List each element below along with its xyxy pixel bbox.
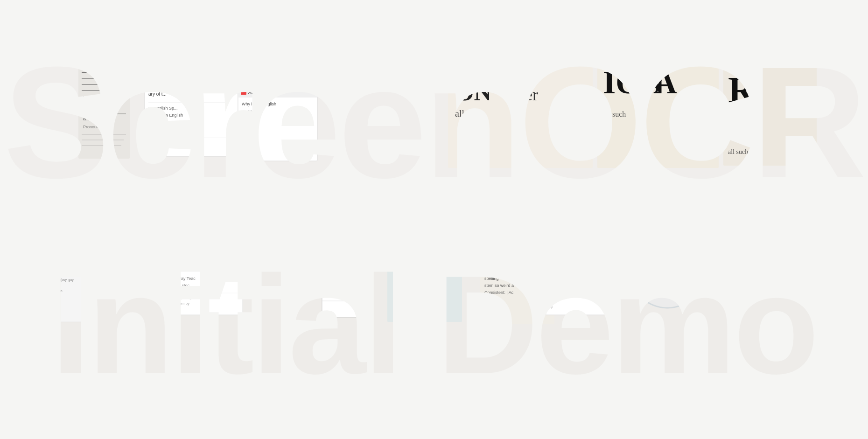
- detected-text-british: British: [83, 285, 120, 300]
- detected-text-the: The: [175, 286, 200, 303]
- main-container: language English Tongue em so we... Pron…: [0, 0, 868, 439]
- title-svg: language English Tongue em so we... Pron…: [0, 0, 868, 439]
